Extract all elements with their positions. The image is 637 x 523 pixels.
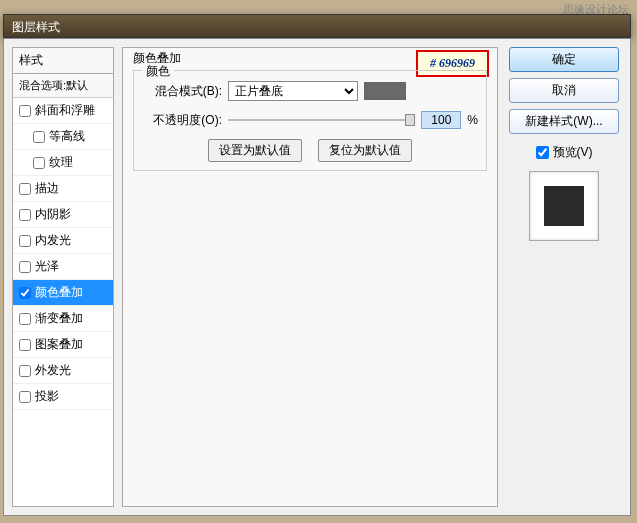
opacity-unit: % — [467, 113, 478, 127]
style-item-11[interactable]: 投影 — [13, 384, 113, 410]
style-item-6[interactable]: 光泽 — [13, 254, 113, 280]
preview-swatch — [544, 186, 584, 226]
style-label-10: 外发光 — [35, 362, 71, 379]
style-label-2: 纹理 — [49, 154, 73, 171]
style-item-9[interactable]: 图案叠加 — [13, 332, 113, 358]
preview-box — [529, 171, 599, 241]
style-item-4[interactable]: 内阴影 — [13, 202, 113, 228]
default-buttons-row: 设置为默认值 复位为默认值 — [142, 139, 478, 162]
blend-mode-label: 混合模式(B): — [142, 83, 222, 100]
styles-panel: 样式 混合选项:默认 斜面和浮雕等高线纹理描边内阴影内发光光泽颜色叠加渐变叠加图… — [12, 47, 114, 507]
dialog-title: 图层样式 — [12, 20, 60, 34]
styles-header[interactable]: 样式 — [12, 47, 114, 73]
style-checkbox-10[interactable] — [19, 365, 31, 377]
blend-options-default[interactable]: 混合选项:默认 — [12, 73, 114, 98]
opacity-label: 不透明度(O): — [142, 112, 222, 129]
style-checkbox-1[interactable] — [33, 131, 45, 143]
cancel-button[interactable]: 取消 — [509, 78, 619, 103]
style-label-6: 光泽 — [35, 258, 59, 275]
style-label-11: 投影 — [35, 388, 59, 405]
ok-button[interactable]: 确定 — [509, 47, 619, 72]
style-item-8[interactable]: 渐变叠加 — [13, 306, 113, 332]
dialog-title-bar: 图层样式 — [3, 14, 631, 38]
reset-default-button[interactable]: 复位为默认值 — [318, 139, 412, 162]
style-item-3[interactable]: 描边 — [13, 176, 113, 202]
style-item-10[interactable]: 外发光 — [13, 358, 113, 384]
color-swatch[interactable] — [364, 82, 406, 100]
style-checkbox-3[interactable] — [19, 183, 31, 195]
blend-mode-select[interactable]: 正片叠底 — [228, 81, 358, 101]
style-checkbox-7[interactable] — [19, 287, 31, 299]
style-item-5[interactable]: 内发光 — [13, 228, 113, 254]
style-checkbox-6[interactable] — [19, 261, 31, 273]
opacity-input[interactable] — [421, 111, 461, 129]
preview-label: 预览(V) — [553, 144, 593, 161]
style-label-5: 内发光 — [35, 232, 71, 249]
style-item-1[interactable]: 等高线 — [13, 124, 113, 150]
color-group: 颜色 混合模式(B): 正片叠底 不透明度(O): % 设置为默认值 复位为默 — [133, 70, 487, 171]
center-panel: 颜色叠加 # 696969 颜色 混合模式(B): 正片叠底 不透明度(O): … — [122, 47, 498, 507]
style-label-3: 描边 — [35, 180, 59, 197]
style-checkbox-9[interactable] — [19, 339, 31, 351]
style-label-8: 渐变叠加 — [35, 310, 83, 327]
opacity-row: 不透明度(O): % — [142, 111, 478, 129]
set-default-button[interactable]: 设置为默认值 — [208, 139, 302, 162]
blend-mode-row: 混合模式(B): 正片叠底 — [142, 81, 478, 101]
style-checkbox-11[interactable] — [19, 391, 31, 403]
style-checkbox-2[interactable] — [33, 157, 45, 169]
preview-checkbox[interactable] — [536, 146, 549, 159]
layer-style-dialog: 样式 混合选项:默认 斜面和浮雕等高线纹理描边内阴影内发光光泽颜色叠加渐变叠加图… — [3, 38, 631, 516]
preview-toggle-row: 预览(V) — [536, 144, 593, 161]
style-item-0[interactable]: 斜面和浮雕 — [13, 98, 113, 124]
style-checkbox-0[interactable] — [19, 105, 31, 117]
style-label-4: 内阴影 — [35, 206, 71, 223]
style-label-0: 斜面和浮雕 — [35, 102, 95, 119]
style-label-9: 图案叠加 — [35, 336, 83, 353]
style-checkbox-5[interactable] — [19, 235, 31, 247]
group-legend: 颜色 — [142, 63, 174, 80]
style-label-1: 等高线 — [49, 128, 85, 145]
style-checkbox-4[interactable] — [19, 209, 31, 221]
style-label-7: 颜色叠加 — [35, 284, 83, 301]
style-item-7[interactable]: 颜色叠加 — [13, 280, 113, 306]
new-style-button[interactable]: 新建样式(W)... — [509, 109, 619, 134]
style-checkbox-8[interactable] — [19, 313, 31, 325]
style-item-2[interactable]: 纹理 — [13, 150, 113, 176]
style-list: 斜面和浮雕等高线纹理描边内阴影内发光光泽颜色叠加渐变叠加图案叠加外发光投影 — [12, 98, 114, 507]
right-panel: 确定 取消 新建样式(W)... 预览(V) — [506, 47, 622, 507]
slider-thumb-icon[interactable] — [405, 114, 415, 126]
opacity-slider[interactable] — [228, 113, 415, 127]
